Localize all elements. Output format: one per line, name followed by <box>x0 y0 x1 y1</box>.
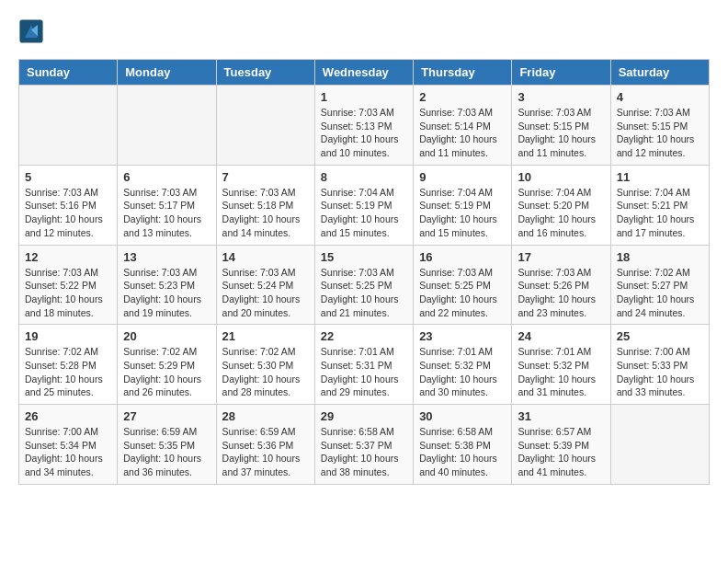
calendar-week-2: 5Sunrise: 7:03 AM Sunset: 5:16 PM Daylig… <box>19 165 710 245</box>
calendar-cell: 18Sunrise: 7:02 AM Sunset: 5:27 PM Dayli… <box>610 245 709 325</box>
day-number: 5 <box>25 170 111 184</box>
day-info: Sunrise: 7:02 AM Sunset: 5:30 PM Dayligh… <box>222 345 309 399</box>
day-info: Sunrise: 7:03 AM Sunset: 5:24 PM Dayligh… <box>222 266 309 320</box>
calendar-cell <box>19 86 118 166</box>
calendar-cell: 20Sunrise: 7:02 AM Sunset: 5:29 PM Dayli… <box>118 325 216 405</box>
header-day-sunday: Sunday <box>19 60 118 86</box>
header-day-monday: Monday <box>118 60 216 86</box>
calendar-cell: 14Sunrise: 7:03 AM Sunset: 5:24 PM Dayli… <box>216 245 314 325</box>
day-number: 30 <box>419 409 506 423</box>
day-number: 16 <box>419 250 506 264</box>
day-info: Sunrise: 6:58 AM Sunset: 5:38 PM Dayligh… <box>419 425 506 479</box>
calendar-cell: 31Sunrise: 6:57 AM Sunset: 5:39 PM Dayli… <box>512 405 610 485</box>
day-number: 14 <box>222 250 309 264</box>
calendar-cell: 8Sunrise: 7:04 AM Sunset: 5:19 PM Daylig… <box>314 165 413 245</box>
day-number: 3 <box>518 90 604 104</box>
calendar-cell: 22Sunrise: 7:01 AM Sunset: 5:31 PM Dayli… <box>314 325 413 405</box>
calendar-cell: 27Sunrise: 6:59 AM Sunset: 5:35 PM Dayli… <box>118 405 216 485</box>
calendar-week-4: 19Sunrise: 7:02 AM Sunset: 5:28 PM Dayli… <box>19 325 710 405</box>
day-number: 29 <box>321 409 407 423</box>
day-info: Sunrise: 7:00 AM Sunset: 5:34 PM Dayligh… <box>25 425 111 479</box>
calendar-cell: 19Sunrise: 7:02 AM Sunset: 5:28 PM Dayli… <box>19 325 118 405</box>
calendar-cell: 12Sunrise: 7:03 AM Sunset: 5:22 PM Dayli… <box>19 245 118 325</box>
calendar-cell: 13Sunrise: 7:03 AM Sunset: 5:23 PM Dayli… <box>118 245 216 325</box>
day-number: 25 <box>617 329 703 343</box>
day-number: 4 <box>617 90 703 104</box>
day-info: Sunrise: 7:04 AM Sunset: 5:20 PM Dayligh… <box>518 186 604 240</box>
day-info: Sunrise: 7:04 AM Sunset: 5:19 PM Dayligh… <box>321 186 407 240</box>
calendar-cell <box>610 405 709 485</box>
calendar-cell: 16Sunrise: 7:03 AM Sunset: 5:25 PM Dayli… <box>414 245 512 325</box>
calendar-week-1: 1Sunrise: 7:03 AM Sunset: 5:13 PM Daylig… <box>19 86 710 166</box>
calendar-week-5: 26Sunrise: 7:00 AM Sunset: 5:34 PM Dayli… <box>19 405 710 485</box>
day-info: Sunrise: 7:03 AM Sunset: 5:26 PM Dayligh… <box>518 266 604 320</box>
day-number: 27 <box>123 409 210 423</box>
calendar-cell: 3Sunrise: 7:03 AM Sunset: 5:15 PM Daylig… <box>512 86 610 166</box>
calendar-cell: 25Sunrise: 7:00 AM Sunset: 5:33 PM Dayli… <box>610 325 709 405</box>
day-number: 20 <box>123 329 210 343</box>
calendar-header: SundayMondayTuesdayWednesdayThursdayFrid… <box>19 60 710 86</box>
header-day-tuesday: Tuesday <box>216 60 314 86</box>
day-number: 12 <box>25 250 111 264</box>
day-info: Sunrise: 7:04 AM Sunset: 5:19 PM Dayligh… <box>419 186 506 240</box>
day-info: Sunrise: 7:04 AM Sunset: 5:21 PM Dayligh… <box>617 186 703 240</box>
calendar-body: 1Sunrise: 7:03 AM Sunset: 5:13 PM Daylig… <box>19 86 710 485</box>
calendar-cell <box>118 86 216 166</box>
calendar-cell: 28Sunrise: 6:59 AM Sunset: 5:36 PM Dayli… <box>216 405 314 485</box>
day-info: Sunrise: 6:59 AM Sunset: 5:35 PM Dayligh… <box>123 425 210 479</box>
calendar-cell: 10Sunrise: 7:04 AM Sunset: 5:20 PM Dayli… <box>512 165 610 245</box>
day-info: Sunrise: 6:58 AM Sunset: 5:37 PM Dayligh… <box>321 425 407 479</box>
page-header <box>18 18 710 44</box>
calendar-table: SundayMondayTuesdayWednesdayThursdayFrid… <box>18 59 710 485</box>
day-info: Sunrise: 7:01 AM Sunset: 5:32 PM Dayligh… <box>518 345 604 399</box>
day-number: 24 <box>518 329 604 343</box>
calendar-cell: 23Sunrise: 7:01 AM Sunset: 5:32 PM Dayli… <box>414 325 512 405</box>
header-day-thursday: Thursday <box>414 60 512 86</box>
calendar-cell: 6Sunrise: 7:03 AM Sunset: 5:17 PM Daylig… <box>118 165 216 245</box>
day-info: Sunrise: 7:02 AM Sunset: 5:29 PM Dayligh… <box>123 345 210 399</box>
day-number: 22 <box>321 329 407 343</box>
day-number: 8 <box>321 170 407 184</box>
day-number: 13 <box>123 250 210 264</box>
day-number: 26 <box>25 409 111 423</box>
header-day-saturday: Saturday <box>610 60 709 86</box>
header-day-friday: Friday <box>512 60 610 86</box>
day-number: 1 <box>321 90 407 104</box>
calendar-cell: 30Sunrise: 6:58 AM Sunset: 5:38 PM Dayli… <box>414 405 512 485</box>
calendar-week-3: 12Sunrise: 7:03 AM Sunset: 5:22 PM Dayli… <box>19 245 710 325</box>
day-info: Sunrise: 7:02 AM Sunset: 5:28 PM Dayligh… <box>25 345 111 399</box>
day-info: Sunrise: 7:03 AM Sunset: 5:14 PM Dayligh… <box>419 106 506 160</box>
calendar-cell: 15Sunrise: 7:03 AM Sunset: 5:25 PM Dayli… <box>314 245 413 325</box>
day-number: 21 <box>222 329 309 343</box>
day-number: 9 <box>419 170 506 184</box>
calendar-cell: 7Sunrise: 7:03 AM Sunset: 5:18 PM Daylig… <box>216 165 314 245</box>
logo-icon <box>18 18 44 44</box>
day-number: 19 <box>25 329 111 343</box>
calendar-cell: 9Sunrise: 7:04 AM Sunset: 5:19 PM Daylig… <box>414 165 512 245</box>
day-info: Sunrise: 7:01 AM Sunset: 5:32 PM Dayligh… <box>419 345 506 399</box>
day-info: Sunrise: 7:02 AM Sunset: 5:27 PM Dayligh… <box>617 266 703 320</box>
day-info: Sunrise: 7:03 AM Sunset: 5:17 PM Dayligh… <box>123 186 210 240</box>
calendar-cell: 26Sunrise: 7:00 AM Sunset: 5:34 PM Dayli… <box>19 405 118 485</box>
day-info: Sunrise: 7:03 AM Sunset: 5:25 PM Dayligh… <box>419 266 506 320</box>
calendar-cell: 11Sunrise: 7:04 AM Sunset: 5:21 PM Dayli… <box>610 165 709 245</box>
day-info: Sunrise: 7:03 AM Sunset: 5:16 PM Dayligh… <box>25 186 111 240</box>
day-info: Sunrise: 6:57 AM Sunset: 5:39 PM Dayligh… <box>518 425 604 479</box>
header-day-wednesday: Wednesday <box>314 60 413 86</box>
calendar-cell: 17Sunrise: 7:03 AM Sunset: 5:26 PM Dayli… <box>512 245 610 325</box>
day-number: 23 <box>419 329 506 343</box>
day-number: 11 <box>617 170 703 184</box>
day-info: Sunrise: 7:03 AM Sunset: 5:25 PM Dayligh… <box>321 266 407 320</box>
logo <box>18 18 48 44</box>
day-number: 28 <box>222 409 309 423</box>
day-number: 17 <box>518 250 604 264</box>
day-number: 18 <box>617 250 703 264</box>
day-number: 31 <box>518 409 604 423</box>
calendar-cell: 1Sunrise: 7:03 AM Sunset: 5:13 PM Daylig… <box>314 86 413 166</box>
calendar-cell: 2Sunrise: 7:03 AM Sunset: 5:14 PM Daylig… <box>414 86 512 166</box>
day-info: Sunrise: 7:03 AM Sunset: 5:15 PM Dayligh… <box>617 106 703 160</box>
day-info: Sunrise: 7:03 AM Sunset: 5:13 PM Dayligh… <box>321 106 407 160</box>
day-info: Sunrise: 7:03 AM Sunset: 5:18 PM Dayligh… <box>222 186 309 240</box>
day-number: 7 <box>222 170 309 184</box>
day-info: Sunrise: 7:00 AM Sunset: 5:33 PM Dayligh… <box>617 345 703 399</box>
